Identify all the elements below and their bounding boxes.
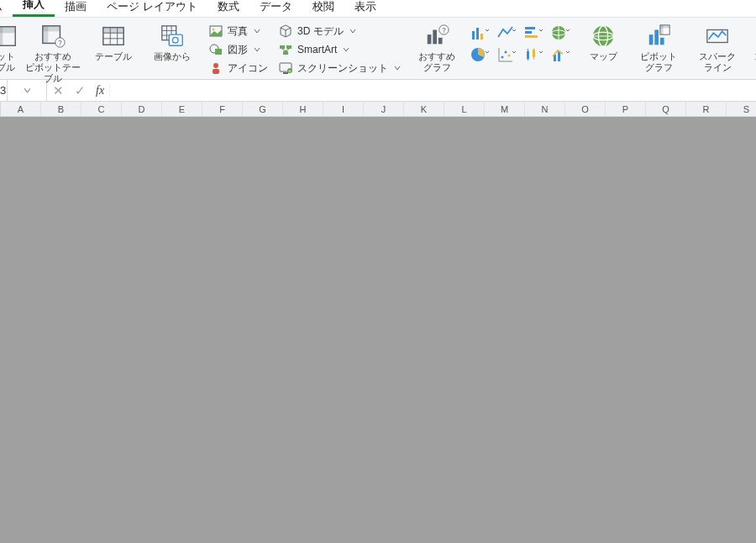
col-header[interactable]: H	[283, 102, 323, 116]
bar-chart-button[interactable]	[522, 23, 545, 43]
name-box-dropdown[interactable]	[8, 80, 47, 101]
from-image-label: 画像から	[154, 51, 191, 62]
stock-chart-button[interactable]	[522, 45, 545, 65]
map-button[interactable]: マップ	[579, 21, 627, 62]
svg-rect-37	[433, 30, 437, 45]
table-button[interactable]: テーブル	[89, 21, 138, 62]
chevron-down-icon	[254, 25, 260, 37]
tab-draw[interactable]: 描画	[55, 0, 97, 17]
sparkline-button[interactable]: スパークライン	[693, 21, 742, 73]
from-image-icon	[159, 23, 186, 50]
svg-rect-45	[525, 31, 532, 34]
3d-model-button[interactable]: 3D モデル	[276, 23, 402, 40]
shapes-button[interactable]: 図形	[207, 41, 270, 58]
col-header[interactable]: L	[444, 102, 485, 116]
col-header[interactable]: D	[122, 102, 162, 116]
svg-rect-5	[43, 26, 60, 32]
sparkline-icon	[704, 23, 731, 50]
name-box[interactable]: 3	[0, 80, 8, 101]
photo-icon	[208, 24, 223, 38]
map-chart-button[interactable]	[549, 23, 572, 43]
col-header[interactable]: C	[81, 102, 122, 116]
svg-rect-68	[660, 38, 664, 45]
confirm-button[interactable]: ✓	[69, 80, 91, 101]
screenshot-icon: +	[278, 61, 293, 75]
col-header[interactable]: I	[323, 102, 364, 116]
from-image-button[interactable]: 画像から	[148, 21, 197, 62]
col-header[interactable]: M	[485, 102, 525, 116]
svg-rect-26	[213, 69, 219, 74]
icons-button[interactable]: アイコン	[207, 60, 270, 76]
col-header[interactable]: G	[243, 102, 283, 116]
recommended-pivot-button[interactable]: ? おすすめピボットテーブル	[24, 21, 82, 73]
recommended-pivot-icon: ?	[39, 23, 66, 50]
slicer-button: スライサー	[752, 21, 756, 62]
col-header[interactable]: Q	[646, 102, 686, 116]
tab-insert[interactable]: 挿入	[13, 0, 55, 17]
worksheet-canvas[interactable]	[0, 117, 756, 543]
tab-review[interactable]: 校閲	[302, 0, 344, 17]
svg-rect-41	[472, 31, 475, 40]
tab-formulas[interactable]: 数式	[207, 0, 249, 17]
ribbon: ットブル ? おすすめピボットテーブル テーブル 画像から	[0, 17, 756, 80]
col-header[interactable]: O	[565, 102, 606, 116]
column-chart-button[interactable]	[468, 23, 491, 43]
svg-point-53	[501, 56, 504, 59]
recommended-charts-icon: ?	[423, 23, 450, 50]
pivot-chart-button[interactable]: ピボットグラフ	[634, 21, 683, 73]
fx-label[interactable]: fx	[91, 84, 110, 98]
pivot-chart-label: ピボットグラフ	[640, 51, 677, 73]
3d-model-label: 3D モデル	[297, 24, 344, 39]
pivot-table-label: ットブル	[0, 51, 15, 73]
chevron-down-icon	[394, 62, 401, 74]
pivot-chart-icon	[645, 23, 672, 50]
svg-rect-30	[286, 45, 291, 49]
col-header[interactable]: P	[606, 102, 646, 116]
recommended-charts-label: おすすめグラフ	[418, 51, 455, 73]
table-icon	[100, 23, 127, 50]
col-header[interactable]: K	[404, 102, 444, 116]
svg-rect-36	[428, 34, 432, 44]
formula-bar: 3 ✕ ✓ fx	[0, 80, 756, 102]
photo-button[interactable]: 写真	[207, 23, 270, 40]
col-header[interactable]: S	[727, 102, 756, 116]
col-header[interactable]: N	[525, 102, 565, 116]
pivot-table-icon	[0, 23, 19, 50]
recommended-charts-button[interactable]: ? おすすめグラフ	[412, 21, 461, 73]
col-header[interactable]: R	[686, 102, 727, 116]
combo-chart-button[interactable]	[549, 45, 572, 65]
line-chart-button[interactable]	[495, 23, 518, 43]
formula-input[interactable]	[110, 80, 756, 101]
col-header[interactable]: F	[202, 102, 243, 116]
col-header[interactable]: J	[364, 102, 404, 116]
svg-rect-13	[103, 28, 123, 34]
slicer-label: スライサー	[753, 51, 757, 62]
scatter-chart-button[interactable]	[495, 45, 518, 65]
icons-icon	[208, 61, 223, 75]
tab-data[interactable]: データ	[249, 0, 302, 17]
svg-rect-19	[169, 34, 182, 45]
svg-text:?: ?	[442, 26, 446, 34]
chevron-down-icon	[254, 44, 260, 55]
svg-rect-66	[649, 34, 654, 45]
svg-rect-67	[654, 30, 659, 45]
pivot-table-button[interactable]: ットブル	[0, 21, 17, 73]
svg-point-54	[505, 51, 507, 54]
chevron-down-icon	[349, 25, 356, 37]
col-header[interactable]: B	[41, 102, 81, 116]
smartart-icon	[278, 43, 293, 56]
tab-page-layout[interactable]: ページ レイアウト	[97, 0, 207, 17]
col-header[interactable]: A	[1, 102, 41, 116]
col-header[interactable]: E	[162, 102, 202, 116]
smartart-button[interactable]: SmartArt	[276, 41, 402, 58]
3d-model-icon	[278, 24, 293, 38]
tab-home-partial[interactable]: ム	[0, 0, 13, 17]
svg-point-55	[508, 55, 511, 57]
map-label: マップ	[590, 51, 617, 62]
screenshot-button[interactable]: + スクリーンショット	[276, 60, 402, 76]
column-headers: A B C D E F G H I J K L M N O P Q R S	[0, 102, 756, 117]
svg-point-25	[213, 63, 218, 68]
tab-view[interactable]: 表示	[344, 0, 386, 17]
pie-chart-button[interactable]	[468, 45, 491, 65]
svg-rect-61	[558, 51, 560, 61]
